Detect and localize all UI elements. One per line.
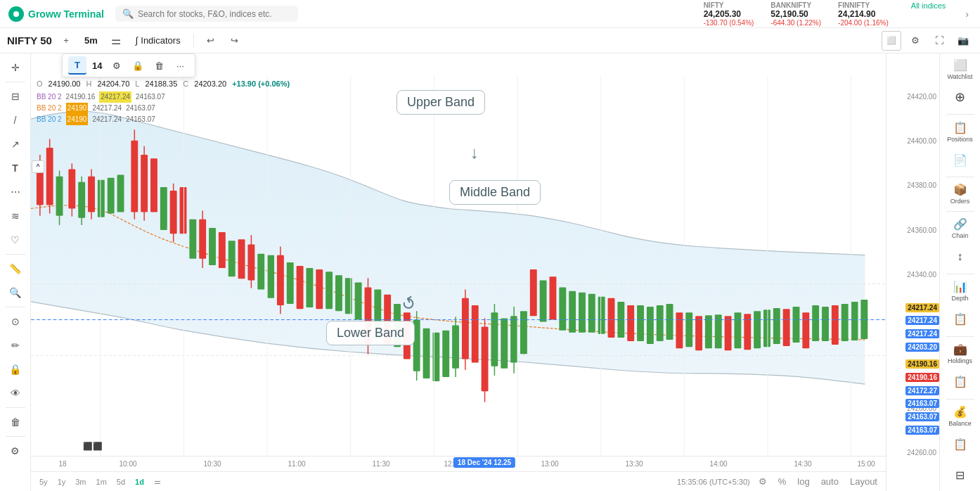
trash-tool[interactable]: 🗑 — [4, 411, 27, 433]
rs-holdings-button[interactable]: 💼 Holdings — [942, 341, 979, 366]
ray-tool[interactable]: ↗ — [4, 133, 27, 155]
search-input[interactable] — [138, 9, 278, 19]
period-5y[interactable]: 5y — [37, 476, 51, 487]
trendline-tool[interactable]: / — [4, 109, 27, 132]
draw-delete-button[interactable]: 🗑 — [150, 56, 168, 75]
bb-row-1: BB 20 2 24190.16 24217.24 24163.07 — [37, 91, 165, 103]
all-indices-button[interactable]: All indices — [905, 1, 952, 27]
line-tool[interactable]: ⊟ — [4, 85, 27, 108]
rs-arrow-button[interactable]: ↕ — [942, 244, 979, 269]
eye-tool[interactable]: 👁 — [4, 382, 27, 404]
add-icon: ⊕ — [955, 89, 965, 105]
chart-type-button[interactable]: ⚌ — [106, 31, 126, 51]
doc3-icon: 📋 — [953, 375, 967, 388]
screenshot-button[interactable]: 📷 — [953, 31, 973, 51]
svg-rect-57 — [209, 228, 216, 265]
rs-orders-button[interactable]: 📦 Orders — [942, 181, 979, 207]
time-label-1030: 10:30 — [203, 460, 221, 468]
open-label: O — [37, 79, 43, 88]
draw-settings-button[interactable]: ⚙ — [108, 56, 126, 75]
compare-button[interactable]: ⚌ — [151, 476, 164, 487]
text-draw-button[interactable]: T — [68, 56, 86, 75]
left-toolbar: ✛ ⊟ / ↗ T ⋯ ≋ ♡ 📏 🔍 ⊙ ✏ 🔒 👁 🗑 ⚙ — [0, 53, 31, 491]
period-5d[interactable]: 5d — [114, 476, 128, 487]
crosshair-tool[interactable]: ✛ — [4, 56, 27, 79]
balance-icon: 💰 — [953, 405, 967, 419]
draw-size: 14 — [89, 60, 105, 71]
rs-doc4-button[interactable]: 📋 — [942, 432, 979, 457]
middle-band-annotation: Middle Band — [449, 180, 541, 205]
draw-more-button[interactable]: ··· — [171, 56, 189, 75]
chevron-right-icon[interactable]: › — [962, 8, 972, 20]
add-symbol-button[interactable]: + — [56, 31, 76, 51]
layout-button[interactable]: Layout — [847, 475, 880, 488]
banknifty-name: BANKNIFTY — [771, 1, 811, 9]
layout-icon: ⊟ — [955, 468, 965, 482]
lock2-tool[interactable]: 🔒 — [4, 358, 27, 381]
undo-button[interactable]: ↩ — [201, 31, 221, 51]
auto-button[interactable]: auto — [818, 475, 842, 488]
time-label-1130: 11:30 — [372, 460, 389, 468]
expand-button[interactable]: ⛶ — [929, 31, 949, 51]
banknifty-index: BANKNIFTY 52,190.50 -644.30 (1.22%) — [771, 1, 821, 27]
fork-tool[interactable]: ⋯ — [4, 181, 27, 203]
settings-bottom-button[interactable]: ⚙ — [756, 475, 770, 488]
rs-chain-button[interactable]: 🔗 Chain — [942, 216, 979, 241]
rs-watchlist-button[interactable]: ⬜ Watchlist — [942, 56, 979, 82]
text-tool[interactable]: T — [4, 157, 27, 179]
template-tool[interactable]: ⚙ — [4, 440, 27, 462]
rs-positions-button[interactable]: 📋 Positions — [942, 119, 979, 144]
badge-24190-red: 24190.16 — [905, 373, 939, 382]
symbol-name: NIFTY 50 — [7, 34, 52, 46]
high-value: 24204.70 — [97, 79, 129, 88]
log-button[interactable]: log — [794, 475, 812, 488]
period-3m[interactable]: 3m — [72, 476, 89, 487]
doc-icon: 📄 — [953, 153, 967, 167]
draw-lock-button[interactable]: 🔒 — [129, 56, 147, 75]
price-24420: 24420.00 — [889, 93, 936, 101]
fullscreen-button[interactable]: ⬜ — [882, 31, 901, 51]
price-24300: 24300.00 — [889, 360, 936, 369]
rs-doc2-button[interactable]: 📋 — [942, 307, 979, 332]
search-bar[interactable]: 🔍 — [115, 6, 298, 22]
period-1y[interactable]: 1y — [55, 476, 69, 487]
percent-button[interactable]: % — [775, 475, 789, 488]
finnifty-name: FINNIFTY — [838, 1, 870, 9]
svg-rect-42 — [695, 316, 702, 350]
chart-canvas-area[interactable]: ⬛⬛ Upper Band ↓ Middle Band Lower Band ↺… — [31, 76, 886, 456]
rs-add-button[interactable]: ⊕ — [942, 84, 979, 110]
lock-tool[interactable]: ✏ — [4, 334, 27, 357]
arrow-icon: ↕ — [958, 250, 963, 263]
upper-band-arrow: ↓ — [470, 143, 479, 162]
pattern-tool[interactable]: ≋ — [4, 205, 27, 227]
time-label-1330: 13:30 — [625, 460, 643, 468]
badge-24203-blue: 24203.20 — [905, 343, 939, 352]
badge-24163-2: 24163.07 — [905, 412, 939, 421]
right-sidebar: ⬜ Watchlist ⊕ 📋 Positions 📄 📦 Orders 🔗 C… — [939, 53, 980, 491]
bb3-v1: 24190 — [66, 114, 89, 125]
finnifty-change: -204.00 (1.16%) — [838, 19, 889, 27]
settings-button[interactable]: ⚙ — [905, 31, 925, 51]
interval-button[interactable]: 5m — [80, 34, 102, 47]
period-1d[interactable]: 1d — [132, 476, 147, 487]
bb3-v3: 24163.07 — [126, 114, 155, 125]
logo-icon — [8, 6, 24, 22]
rs-doc3-button[interactable]: 📋 — [942, 369, 979, 395]
indicators-button[interactable]: ∫ Indicators — [130, 34, 186, 47]
upper-band-label: Upper Band — [407, 95, 475, 109]
rs-doc-button[interactable]: 📄 — [942, 147, 979, 172]
heart-tool[interactable]: ♡ — [4, 229, 27, 251]
rs-depth-button[interactable]: 📊 Depth — [942, 279, 979, 304]
period-1m[interactable]: 1m — [94, 476, 110, 487]
redo-button[interactable]: ↪ — [225, 31, 245, 51]
rs-balance-button[interactable]: 💰 Balance — [942, 404, 979, 429]
magnet-tool[interactable]: ⊙ — [4, 310, 27, 333]
svg-rect-99 — [773, 308, 780, 344]
rs-layout-button[interactable]: ⊟ — [942, 463, 979, 488]
measure-tool[interactable]: 📏 — [4, 257, 27, 280]
svg-rect-40 — [627, 305, 634, 341]
collapse-button[interactable]: ^ — [32, 160, 44, 173]
zoom-tool[interactable]: 🔍 — [4, 281, 27, 304]
svg-rect-41 — [676, 312, 683, 348]
time-label-1500: 15:00 — [857, 460, 875, 468]
